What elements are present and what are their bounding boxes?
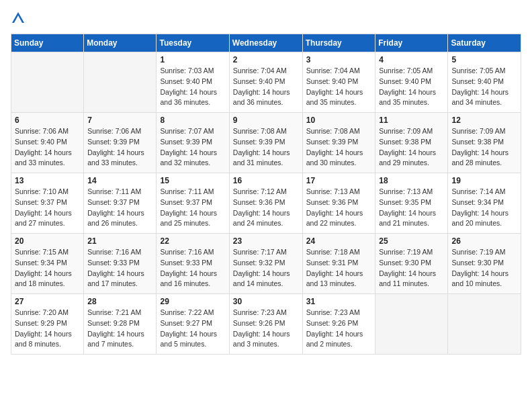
day-number: 6 xyxy=(15,116,80,125)
calendar-week-row-2: 6Sunrise: 7:06 AMSunset: 9:40 PMDaylight… xyxy=(11,113,521,173)
logo-icon xyxy=(11,11,26,26)
page-header xyxy=(11,11,521,26)
calendar-cell: 8Sunrise: 7:07 AMSunset: 9:39 PMDaylight… xyxy=(157,113,229,173)
day-info: Sunrise: 7:12 AMSunset: 9:36 PMDaylight:… xyxy=(233,187,299,229)
day-info: Sunrise: 7:17 AMSunset: 9:32 PMDaylight:… xyxy=(233,247,299,289)
day-number: 13 xyxy=(15,176,80,185)
day-info: Sunrise: 7:05 AMSunset: 9:40 PMDaylight:… xyxy=(451,66,517,108)
calendar-cell: 15Sunrise: 7:11 AMSunset: 9:37 PMDayligh… xyxy=(157,173,229,234)
day-info: Sunrise: 7:16 AMSunset: 9:33 PMDaylight:… xyxy=(87,247,152,289)
day-info: Sunrise: 7:04 AMSunset: 9:40 PMDaylight:… xyxy=(306,66,372,108)
day-info: Sunrise: 7:23 AMSunset: 9:26 PMDaylight:… xyxy=(233,308,299,350)
day-info: Sunrise: 7:11 AMSunset: 9:37 PMDaylight:… xyxy=(87,187,152,229)
day-number: 7 xyxy=(87,116,152,125)
calendar-cell: 30Sunrise: 7:23 AMSunset: 9:26 PMDayligh… xyxy=(229,294,302,355)
day-info: Sunrise: 7:09 AMSunset: 9:38 PMDaylight:… xyxy=(379,126,444,169)
calendar-week-row-4: 20Sunrise: 7:15 AMSunset: 9:34 PMDayligh… xyxy=(11,234,521,294)
day-info: Sunrise: 7:03 AMSunset: 9:40 PMDaylight:… xyxy=(160,66,225,108)
calendar-cell: 9Sunrise: 7:08 AMSunset: 9:39 PMDaylight… xyxy=(229,113,302,173)
day-number: 15 xyxy=(160,176,225,185)
calendar-cell: 22Sunrise: 7:16 AMSunset: 9:33 PMDayligh… xyxy=(157,234,229,294)
day-number: 19 xyxy=(451,176,517,185)
calendar-header-sunday: Sunday xyxy=(11,34,84,52)
calendar-cell: 2Sunrise: 7:04 AMSunset: 9:40 PMDaylight… xyxy=(229,52,302,113)
calendar-header-monday: Monday xyxy=(84,34,157,52)
calendar-header-thursday: Thursday xyxy=(302,34,375,52)
calendar-table: SundayMondayTuesdayWednesdayThursdayFrid… xyxy=(11,34,521,355)
calendar-cell: 17Sunrise: 7:13 AMSunset: 9:36 PMDayligh… xyxy=(302,173,375,234)
day-number: 31 xyxy=(306,297,372,306)
day-number: 10 xyxy=(306,116,372,125)
day-number: 2 xyxy=(233,55,299,64)
calendar-header-wednesday: Wednesday xyxy=(229,34,302,52)
day-number: 23 xyxy=(233,236,299,246)
day-info: Sunrise: 7:23 AMSunset: 9:26 PMDaylight:… xyxy=(306,308,372,350)
day-number: 5 xyxy=(451,55,517,64)
calendar-cell: 21Sunrise: 7:16 AMSunset: 9:33 PMDayligh… xyxy=(84,234,157,294)
day-number: 17 xyxy=(306,176,372,185)
day-info: Sunrise: 7:07 AMSunset: 9:39 PMDaylight:… xyxy=(160,126,225,169)
day-info: Sunrise: 7:09 AMSunset: 9:38 PMDaylight:… xyxy=(451,126,517,169)
day-number: 18 xyxy=(379,176,444,185)
calendar-cell: 26Sunrise: 7:19 AMSunset: 9:30 PMDayligh… xyxy=(448,234,521,294)
day-number: 26 xyxy=(451,236,517,246)
calendar-header-saturday: Saturday xyxy=(448,34,521,52)
calendar-cell: 28Sunrise: 7:21 AMSunset: 9:28 PMDayligh… xyxy=(84,294,157,355)
day-info: Sunrise: 7:05 AMSunset: 9:40 PMDaylight:… xyxy=(379,66,444,108)
calendar-cell: 16Sunrise: 7:12 AMSunset: 9:36 PMDayligh… xyxy=(229,173,302,234)
calendar-cell: 29Sunrise: 7:22 AMSunset: 9:27 PMDayligh… xyxy=(157,294,229,355)
day-number: 3 xyxy=(306,55,372,64)
calendar-cell: 24Sunrise: 7:18 AMSunset: 9:31 PMDayligh… xyxy=(302,234,375,294)
day-number: 9 xyxy=(233,116,299,125)
calendar-cell: 3Sunrise: 7:04 AMSunset: 9:40 PMDaylight… xyxy=(302,52,375,113)
calendar-cell: 31Sunrise: 7:23 AMSunset: 9:26 PMDayligh… xyxy=(302,294,375,355)
calendar-cell: 7Sunrise: 7:06 AMSunset: 9:39 PMDaylight… xyxy=(84,113,157,173)
logo xyxy=(11,11,28,26)
calendar-cell: 10Sunrise: 7:08 AMSunset: 9:39 PMDayligh… xyxy=(302,113,375,173)
day-info: Sunrise: 7:22 AMSunset: 9:27 PMDaylight:… xyxy=(160,308,225,350)
day-number: 16 xyxy=(233,176,299,185)
calendar-cell xyxy=(375,294,448,355)
day-number: 24 xyxy=(306,236,372,246)
calendar-week-row-3: 13Sunrise: 7:10 AMSunset: 9:37 PMDayligh… xyxy=(11,173,521,234)
calendar-cell: 14Sunrise: 7:11 AMSunset: 9:37 PMDayligh… xyxy=(84,173,157,234)
calendar-cell: 1Sunrise: 7:03 AMSunset: 9:40 PMDaylight… xyxy=(157,52,229,113)
calendar-cell: 25Sunrise: 7:19 AMSunset: 9:30 PMDayligh… xyxy=(375,234,448,294)
day-number: 8 xyxy=(160,116,225,125)
day-number: 30 xyxy=(233,297,299,306)
calendar-cell: 27Sunrise: 7:20 AMSunset: 9:29 PMDayligh… xyxy=(11,294,84,355)
calendar-cell: 20Sunrise: 7:15 AMSunset: 9:34 PMDayligh… xyxy=(11,234,84,294)
day-number: 20 xyxy=(15,236,80,246)
day-info: Sunrise: 7:13 AMSunset: 9:35 PMDaylight:… xyxy=(379,187,444,229)
day-info: Sunrise: 7:16 AMSunset: 9:33 PMDaylight:… xyxy=(160,247,225,289)
calendar-cell: 13Sunrise: 7:10 AMSunset: 9:37 PMDayligh… xyxy=(11,173,84,234)
calendar-cell: 12Sunrise: 7:09 AMSunset: 9:38 PMDayligh… xyxy=(448,113,521,173)
day-number: 12 xyxy=(451,116,517,125)
day-number: 25 xyxy=(379,236,444,246)
day-info: Sunrise: 7:06 AMSunset: 9:40 PMDaylight:… xyxy=(15,126,80,169)
calendar-cell: 18Sunrise: 7:13 AMSunset: 9:35 PMDayligh… xyxy=(375,173,448,234)
day-info: Sunrise: 7:08 AMSunset: 9:39 PMDaylight:… xyxy=(306,126,372,169)
day-number: 1 xyxy=(160,55,225,64)
calendar-cell: 23Sunrise: 7:17 AMSunset: 9:32 PMDayligh… xyxy=(229,234,302,294)
day-info: Sunrise: 7:06 AMSunset: 9:39 PMDaylight:… xyxy=(87,126,152,169)
day-info: Sunrise: 7:19 AMSunset: 9:30 PMDaylight:… xyxy=(451,247,517,289)
day-number: 27 xyxy=(15,297,80,306)
calendar-cell xyxy=(448,294,521,355)
calendar-cell xyxy=(11,52,84,113)
calendar-cell xyxy=(84,52,157,113)
day-number: 29 xyxy=(160,297,225,306)
calendar-cell: 19Sunrise: 7:14 AMSunset: 9:34 PMDayligh… xyxy=(448,173,521,234)
calendar-header-tuesday: Tuesday xyxy=(157,34,229,52)
day-info: Sunrise: 7:21 AMSunset: 9:28 PMDaylight:… xyxy=(87,308,152,350)
day-info: Sunrise: 7:08 AMSunset: 9:39 PMDaylight:… xyxy=(233,126,299,169)
day-info: Sunrise: 7:04 AMSunset: 9:40 PMDaylight:… xyxy=(233,66,299,108)
day-info: Sunrise: 7:11 AMSunset: 9:37 PMDaylight:… xyxy=(160,187,225,229)
day-number: 22 xyxy=(160,236,225,246)
calendar-week-row-5: 27Sunrise: 7:20 AMSunset: 9:29 PMDayligh… xyxy=(11,294,521,355)
day-info: Sunrise: 7:14 AMSunset: 9:34 PMDaylight:… xyxy=(451,187,517,229)
day-info: Sunrise: 7:20 AMSunset: 9:29 PMDaylight:… xyxy=(15,308,80,350)
day-info: Sunrise: 7:19 AMSunset: 9:30 PMDaylight:… xyxy=(379,247,444,289)
day-info: Sunrise: 7:10 AMSunset: 9:37 PMDaylight:… xyxy=(15,187,80,229)
day-info: Sunrise: 7:13 AMSunset: 9:36 PMDaylight:… xyxy=(306,187,372,229)
